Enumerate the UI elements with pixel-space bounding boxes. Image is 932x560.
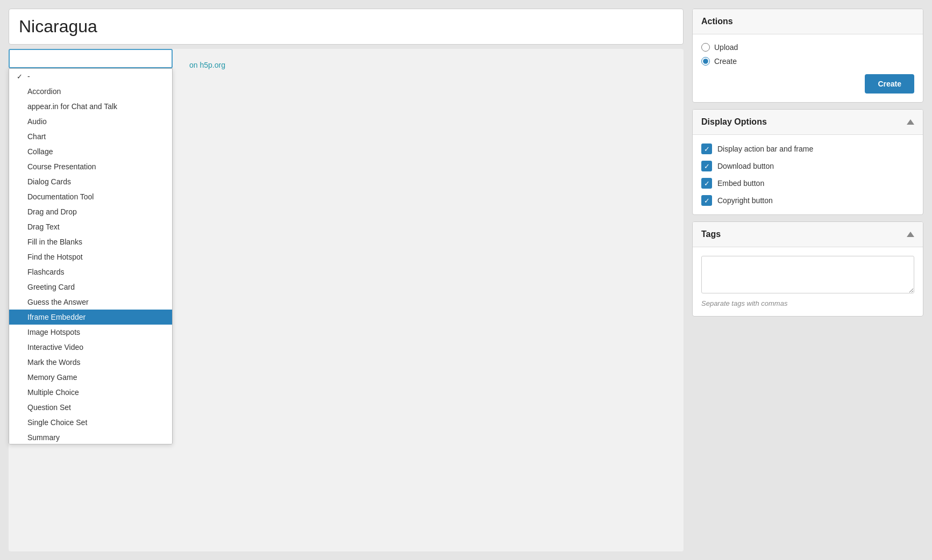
display-option-label: Download button [717, 162, 774, 170]
create-label: Create [714, 57, 737, 66]
dropdown-item-label: Iframe Embedder [27, 313, 86, 321]
dropdown-item[interactable]: Guess the Answer [9, 295, 172, 310]
dropdown-item[interactable]: Audio [9, 114, 172, 129]
sidebar: Actions Upload Create Create [692, 9, 923, 551]
dropdown-item[interactable]: Chart [9, 129, 172, 144]
display-options-checkboxes: ✓Display action bar and frame✓Download b… [701, 143, 914, 206]
checkbox-checked-icon: ✓ [701, 178, 712, 189]
tags-title: Tags [701, 229, 721, 239]
dropdown-item-label: Flashcards [27, 268, 64, 276]
dropdown-item-label: Chart [27, 132, 46, 141]
dropdown-item[interactable]: Course Presentation [9, 159, 172, 174]
display-option-label: Display action bar and frame [717, 145, 813, 153]
dropdown-item[interactable]: Dialog Cards [9, 174, 172, 189]
dropdown-item-label: Guess the Answer [27, 298, 89, 306]
upload-radio-item[interactable]: Upload [701, 43, 914, 52]
tags-header: Tags [693, 222, 923, 247]
tags-hint: Separate tags with commas [701, 299, 914, 307]
dropdown-item-label: Single Choice Set [27, 418, 87, 427]
dropdown-item[interactable]: Summary [9, 430, 172, 444]
display-options-header: Display Options [693, 110, 923, 135]
dropdown-item-label: Drag Text [27, 222, 60, 231]
display-options-panel: Display Options ✓Display action bar and … [692, 109, 923, 215]
dropdown-item[interactable]: appear.in for Chat and Talk [9, 99, 172, 114]
dropdown-item-label: Fill in the Blanks [27, 238, 82, 246]
dropdown-item[interactable]: Iframe Embedder [9, 310, 172, 325]
upload-radio[interactable] [701, 43, 710, 52]
display-options-body: ✓Display action bar and frame✓Download b… [693, 135, 923, 214]
dropdown-item-label: Documentation Tool [27, 192, 94, 201]
actions-radio-group: Upload Create [701, 43, 914, 66]
dropdown-item-label: Find the Hotspot [27, 253, 83, 261]
dropdown-item-label: Drag and Drop [27, 207, 77, 216]
dropdown-item[interactable]: Drag and Drop [9, 204, 172, 219]
dropdown-item[interactable]: Drag Text [9, 219, 172, 234]
dropdown-item[interactable]: Multiple Choice [9, 385, 172, 400]
dropdown-item[interactable]: Flashcards [9, 264, 172, 279]
display-options-title: Display Options [701, 117, 767, 127]
tags-panel: Tags Separate tags with commas [692, 221, 923, 317]
dropdown-item-label: appear.in for Chat and Talk [27, 102, 117, 111]
display-option-label: Embed button [717, 179, 764, 188]
dropdown-item-label: Accordion [27, 87, 61, 96]
dropdown-item[interactable]: Image Hotspots [9, 325, 172, 340]
dropdown-item[interactable]: Greeting Card [9, 279, 172, 295]
display-option-item[interactable]: ✓Download button [701, 161, 914, 171]
dropdown-item-label: Dialog Cards [27, 177, 71, 186]
dropdown-item[interactable]: ✓- [9, 69, 172, 84]
dropdown-item-label: Summary [27, 433, 60, 442]
create-button[interactable]: Create [865, 74, 914, 94]
display-option-item[interactable]: ✓Embed button [701, 178, 914, 189]
dropdown-item[interactable]: Documentation Tool [9, 189, 172, 204]
content-area: ✓-Accordionappear.in for Chat and TalkAu… [9, 49, 684, 551]
dropdown-item-label: Audio [27, 117, 47, 126]
display-option-label: Copyright button [717, 196, 773, 205]
dropdown-item[interactable]: Fill in the Blanks [9, 234, 172, 249]
display-option-item[interactable]: ✓Copyright button [701, 195, 914, 206]
dropdown-item[interactable]: Find the Hotspot [9, 249, 172, 264]
dropdown-list[interactable]: ✓-Accordionappear.in for Chat and TalkAu… [9, 68, 173, 444]
checkbox-checked-icon: ✓ [701, 143, 712, 154]
upload-label: Upload [714, 43, 738, 52]
checkbox-checked-icon: ✓ [701, 195, 712, 206]
dropdown-item[interactable]: Interactive Video [9, 340, 172, 355]
checkmark-icon: ✓ [17, 73, 24, 81]
create-radio-item[interactable]: Create [701, 57, 914, 66]
dropdown-trigger[interactable] [9, 49, 173, 68]
dropdown-item-label: - [27, 72, 30, 81]
checkbox-checked-icon: ✓ [701, 161, 712, 171]
dropdown-item-label: Course Presentation [27, 162, 96, 171]
create-radio[interactable] [701, 57, 710, 66]
dropdown-item[interactable]: Collage [9, 144, 172, 159]
dropdown-item-label: Greeting Card [27, 283, 75, 291]
title-box: Nicaragua [9, 9, 684, 45]
tags-body: Separate tags with commas [693, 247, 923, 316]
dropdown-item[interactable]: Mark the Words [9, 355, 172, 370]
tags-collapse-icon[interactable] [907, 232, 914, 237]
dropdown-item-label: Memory Game [27, 373, 77, 382]
content-type-dropdown[interactable]: ✓-Accordionappear.in for Chat and TalkAu… [9, 49, 173, 444]
dropdown-item-label: Mark the Words [27, 358, 81, 367]
dropdown-item-label: Interactive Video [27, 343, 83, 351]
dropdown-item-label: Question Set [27, 403, 71, 412]
display-option-item[interactable]: ✓Display action bar and frame [701, 143, 914, 154]
actions-panel: Actions Upload Create Create [692, 9, 923, 103]
display-options-collapse-icon[interactable] [907, 119, 914, 125]
dropdown-item[interactable]: Accordion [9, 84, 172, 99]
dropdown-item-label: Image Hotspots [27, 328, 80, 336]
dropdown-item-label: Collage [27, 147, 53, 156]
dropdown-item-label: Multiple Choice [27, 388, 79, 397]
actions-panel-header: Actions [693, 9, 923, 34]
page-title: Nicaragua [19, 17, 673, 37]
dropdown-item[interactable]: Question Set [9, 400, 172, 415]
h5p-link[interactable]: on h5p.org [189, 61, 225, 69]
tags-input[interactable] [701, 256, 914, 293]
actions-title: Actions [701, 17, 733, 26]
dropdown-item[interactable]: Single Choice Set [9, 415, 172, 430]
actions-panel-body: Upload Create Create [693, 34, 923, 102]
dropdown-item[interactable]: Memory Game [9, 370, 172, 385]
